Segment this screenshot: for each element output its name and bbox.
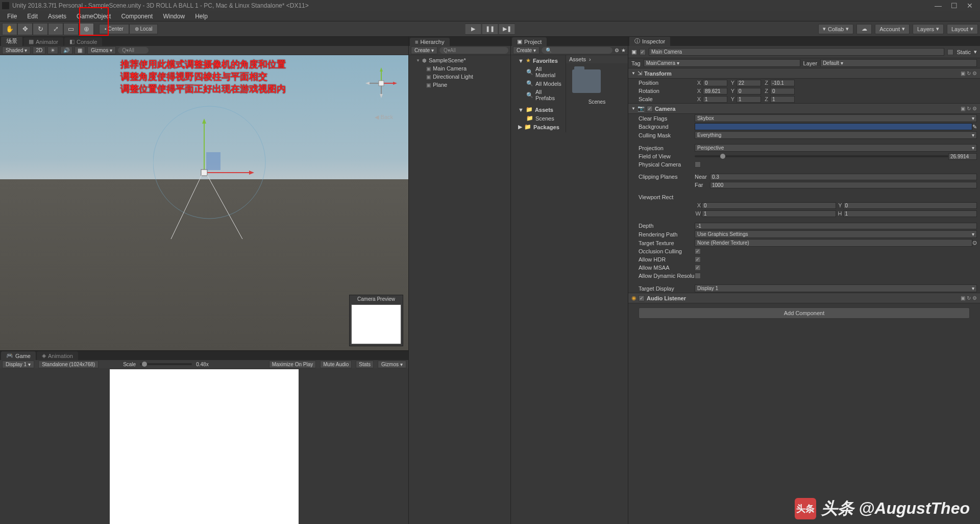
hierarchy-item-plane[interactable]: ▣Plane bbox=[409, 81, 510, 89]
play-button[interactable]: ▶ bbox=[465, 23, 482, 35]
project-favorites[interactable]: ▼★Favorites bbox=[512, 56, 565, 65]
fov-field[interactable] bbox=[948, 153, 977, 160]
project-assets-folder[interactable]: ▼📁 Assets bbox=[512, 105, 565, 114]
scale-slider[interactable] bbox=[140, 363, 192, 365]
viewport-w-field[interactable] bbox=[702, 210, 836, 217]
background-color-field[interactable] bbox=[695, 123, 972, 130]
fov-slider[interactable] bbox=[695, 155, 948, 157]
target-display-dropdown[interactable]: Display 1 ▾ bbox=[695, 284, 977, 292]
lighting-toggle[interactable]: ☀ bbox=[47, 46, 58, 54]
reset-icon[interactable]: ↻ bbox=[967, 70, 971, 76]
audio-toggle[interactable]: 🔊 bbox=[60, 46, 72, 54]
static-checkbox[interactable] bbox=[947, 49, 953, 55]
camera-component-header[interactable]: ▼📷 ✓ Camera ▣↻⚙ bbox=[628, 103, 980, 114]
hierarchy-search[interactable]: Q▾All bbox=[439, 47, 508, 54]
layer-dropdown[interactable]: Default ▾ bbox=[820, 59, 977, 67]
fx-toggle[interactable]: ▦ bbox=[75, 46, 85, 54]
pivot-mode-button[interactable]: ▪ Center bbox=[99, 24, 129, 34]
eyedropper-icon[interactable]: ✎ bbox=[972, 124, 977, 130]
rendering-path-dropdown[interactable]: Use Graphics Settings ▾ bbox=[695, 230, 977, 238]
hdr-checkbox[interactable]: ✓ bbox=[695, 256, 701, 263]
scale-x-field[interactable] bbox=[703, 96, 727, 103]
scene-search[interactable]: Q▾All bbox=[118, 47, 149, 54]
viewport-x-field[interactable] bbox=[702, 202, 836, 209]
layout-dropdown[interactable]: Layout ▾ bbox=[947, 24, 978, 34]
handle-rotation-button[interactable]: ⊕ Local bbox=[129, 24, 158, 34]
tab-inspector[interactable]: ⓘ Inspector bbox=[629, 36, 670, 46]
tab-console[interactable]: ◧ Console bbox=[64, 37, 102, 46]
maximize-button[interactable]: ☐ bbox=[951, 2, 958, 10]
viewport-y-field[interactable] bbox=[843, 202, 977, 209]
save-icon[interactable]: ★ bbox=[621, 47, 626, 53]
menu-component[interactable]: Component bbox=[116, 12, 158, 21]
project-fav-models[interactable]: 🔍All Models bbox=[512, 79, 565, 88]
project-fav-materials[interactable]: 🔍All Material bbox=[512, 65, 565, 79]
maximize-on-play-toggle[interactable]: Maximize On Play bbox=[269, 361, 316, 368]
rotation-z-field[interactable] bbox=[770, 88, 795, 94]
audio-listener-header[interactable]: ◉ ✓ Audio Listener ▣↻⚙ bbox=[628, 293, 980, 303]
help-icon[interactable]: ▣ bbox=[961, 70, 965, 76]
camera-enabled-checkbox[interactable]: ✓ bbox=[647, 106, 653, 112]
collab-dropdown[interactable]: ▾ Collab ▾ bbox=[818, 24, 853, 34]
shading-mode-dropdown[interactable]: Shaded ▾ bbox=[2, 46, 31, 54]
rotation-x-field[interactable] bbox=[703, 88, 727, 94]
hand-tool[interactable]: ✋ bbox=[2, 23, 17, 35]
rect-tool[interactable]: ▭ bbox=[63, 23, 79, 35]
tab-project[interactable]: ▣ Project bbox=[512, 37, 547, 46]
layers-dropdown[interactable]: Layers ▾ bbox=[913, 24, 944, 34]
mode-2d-toggle[interactable]: 2D bbox=[33, 46, 45, 54]
depth-field[interactable] bbox=[695, 223, 977, 229]
transform-tool[interactable]: ⊕ bbox=[79, 23, 94, 35]
menu-gameobject[interactable]: GameObject bbox=[71, 12, 116, 21]
project-search[interactable]: 🔍 bbox=[542, 47, 612, 54]
hierarchy-scene[interactable]: ▼ ⬢ SampleScene* bbox=[409, 56, 510, 64]
far-clip-field[interactable] bbox=[710, 182, 977, 188]
tab-scene[interactable]: 场景 bbox=[1, 36, 22, 46]
filter-icon[interactable]: ⚙ bbox=[615, 47, 619, 53]
orientation-gizmo[interactable] bbox=[363, 65, 399, 101]
rotate-tool[interactable]: ↻ bbox=[33, 23, 48, 35]
position-z-field[interactable] bbox=[770, 80, 795, 86]
gameobject-name-field[interactable] bbox=[649, 48, 944, 56]
menu-file[interactable]: File bbox=[2, 12, 22, 21]
add-component-button[interactable]: Add Component bbox=[639, 307, 970, 319]
occlusion-checkbox[interactable]: ✓ bbox=[695, 248, 701, 254]
physical-camera-checkbox[interactable] bbox=[695, 161, 701, 168]
settings-icon[interactable]: ⚙ bbox=[972, 70, 977, 76]
tab-hierarchy[interactable]: ≡ Hierarchy bbox=[410, 38, 450, 46]
pause-button[interactable]: ❚❚ bbox=[482, 23, 499, 35]
tag-dropdown[interactable]: MainCamera ▾ bbox=[644, 59, 800, 67]
menu-edit[interactable]: Edit bbox=[22, 12, 43, 21]
audio-listener-enabled-checkbox[interactable]: ✓ bbox=[639, 295, 645, 301]
rotation-y-field[interactable] bbox=[737, 88, 761, 94]
scale-y-field[interactable] bbox=[737, 96, 761, 103]
clear-flags-dropdown[interactable]: Skybox ▾ bbox=[695, 114, 977, 122]
tab-game[interactable]: 🎮 Game bbox=[1, 351, 36, 360]
scale-tool[interactable]: ⤢ bbox=[48, 23, 63, 35]
tab-animator[interactable]: ▦ Animator bbox=[23, 37, 63, 46]
menu-assets[interactable]: Assets bbox=[43, 12, 71, 21]
hierarchy-item-main-camera[interactable]: ▣Main Camera bbox=[409, 64, 510, 73]
project-folder-item[interactable]: Scenes bbox=[566, 69, 628, 105]
minimize-button[interactable]: — bbox=[935, 2, 942, 10]
culling-mask-dropdown[interactable]: Everything ▾ bbox=[695, 131, 977, 139]
step-button[interactable]: ▶❚ bbox=[499, 23, 516, 35]
project-scenes-folder[interactable]: 📁 Scenes bbox=[512, 114, 565, 123]
close-button[interactable]: ✕ bbox=[967, 2, 973, 10]
object-picker-icon[interactable]: ⊙ bbox=[972, 240, 977, 246]
cloud-button[interactable]: ☁ bbox=[856, 24, 872, 34]
aspect-dropdown[interactable]: Standalone (1024x768) bbox=[38, 361, 99, 368]
gizmos-dropdown[interactable]: Gizmos ▾ bbox=[87, 46, 116, 54]
stats-toggle[interactable]: Stats bbox=[356, 361, 374, 368]
project-packages-folder[interactable]: ▶📁 Packages bbox=[512, 123, 565, 131]
menu-help[interactable]: Help bbox=[190, 12, 213, 21]
msaa-checkbox[interactable]: ✓ bbox=[695, 265, 701, 271]
hierarchy-create-dropdown[interactable]: Create ▾ bbox=[411, 46, 437, 54]
menu-window[interactable]: Window bbox=[158, 12, 190, 21]
projection-dropdown[interactable]: Perspective ▾ bbox=[695, 144, 977, 152]
transform-component-header[interactable]: ▼⇲ Transform ▣↻⚙ bbox=[628, 68, 980, 79]
project-fav-prefabs[interactable]: 🔍All Prefabs bbox=[512, 88, 565, 102]
gameobject-active-checkbox[interactable]: ✓ bbox=[640, 49, 646, 55]
mute-audio-toggle[interactable]: Mute Audio bbox=[320, 361, 352, 368]
account-dropdown[interactable]: Account ▾ bbox=[875, 24, 910, 34]
